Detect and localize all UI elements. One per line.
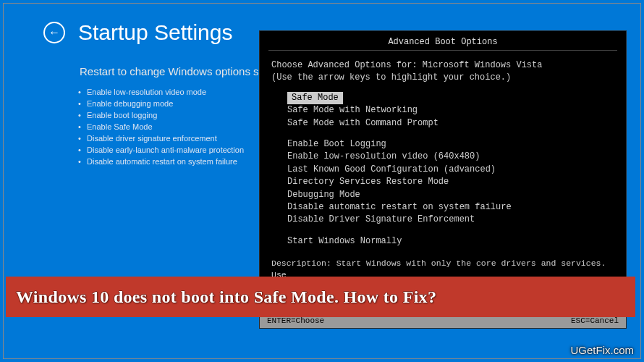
image-frame — [3, 3, 641, 359]
watermark: UGetFix.com — [570, 344, 634, 356]
